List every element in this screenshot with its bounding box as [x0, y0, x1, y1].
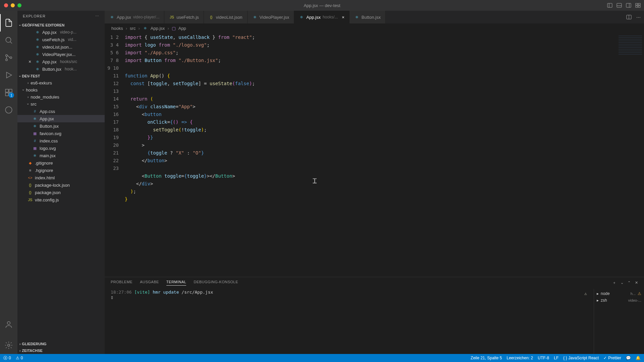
section-timeline[interactable]: › ZEITACHSE	[17, 347, 105, 354]
folder-item[interactable]: ›node_modules	[17, 94, 105, 101]
status-indent[interactable]: Leerzeichen: 2	[507, 356, 533, 360]
tab-label: App.jsx	[306, 15, 321, 20]
breadcrumb-item[interactable]: App.jsx	[151, 26, 165, 31]
layout-primary-side-icon[interactable]	[607, 3, 612, 8]
editor-tab[interactable]: ⚛App.jsxhooks/...×	[294, 11, 350, 23]
file-name: videoList.json...	[42, 45, 72, 50]
terminal-dropdown-icon[interactable]: ⌄	[621, 281, 624, 285]
activity-scm[interactable]	[0, 49, 17, 66]
open-editor-item[interactable]: ⚛Button.jsxhook...	[17, 65, 105, 73]
file-item[interactable]: #App.css	[17, 108, 105, 115]
panel-close-icon[interactable]: ✕	[635, 281, 638, 285]
status-bell-icon[interactable]: 🔔	[636, 356, 641, 360]
layout-secondary-side-icon[interactable]	[626, 3, 631, 8]
file-item[interactable]: ⚛main.jsx	[17, 152, 105, 159]
folder-item[interactable]: ›src	[17, 101, 105, 108]
file-item[interactable]: JSvite.config.js	[17, 196, 105, 203]
code-content[interactable]: import { useState, useCallback } from "r…	[125, 33, 614, 277]
status-warnings[interactable]: ⚠ 0	[16, 356, 23, 360]
status-feedback-icon[interactable]: 💬	[626, 356, 631, 360]
folder-item[interactable]: ›es6-exkurs	[17, 79, 105, 86]
window-maximize-button[interactable]	[17, 3, 21, 7]
terminal-icon: ▸	[597, 291, 599, 296]
braces-icon: { }	[563, 356, 567, 360]
split-editor-icon[interactable]	[626, 14, 632, 20]
terminal-list: ▸nodeh...⚠▸zshvideo-...	[594, 289, 644, 354]
terminal-msg: hmr update	[153, 290, 179, 295]
file-icon: ⚛	[32, 123, 38, 129]
panel-tab-debug[interactable]: DEBUGGING-KONSOLE	[194, 280, 238, 286]
folder-item[interactable]: ›hooks	[17, 86, 105, 94]
editor-more-icon[interactable]: ⋯	[636, 15, 641, 20]
editor-tab[interactable]: ⚛App.jsxvideo-player/...	[105, 11, 164, 23]
close-icon[interactable]: ×	[342, 15, 344, 20]
status-position[interactable]: Zeile 21, Spalte 5	[471, 356, 502, 360]
breadcrumb[interactable]: hooks › src › ⚛ App.jsx › ▢ App	[105, 23, 644, 33]
window-minimize-button[interactable]	[11, 3, 15, 7]
file-icon: ⚛	[32, 116, 38, 121]
file-icon: ≡	[28, 168, 33, 173]
window-close-button[interactable]	[4, 3, 8, 7]
editor-tab[interactable]: ⚛Button.jsx	[350, 11, 386, 23]
panel-tab-terminal[interactable]: TERMINAL	[166, 280, 186, 286]
editor-tab[interactable]: {}videoList.json	[204, 11, 248, 23]
file-item[interactable]: #index.css	[17, 137, 105, 144]
folder-name: es6-exkurs	[31, 80, 52, 85]
section-project[interactable]: › DEV-TEST	[17, 73, 105, 79]
status-encoding[interactable]: UTF-8	[538, 356, 549, 360]
file-item[interactable]: {}package-lock.json	[17, 181, 105, 189]
file-item[interactable]: ▦logo.svg	[17, 144, 105, 152]
section-outline[interactable]: › GLIEDERUNG	[17, 341, 105, 347]
check-icon: ✓	[603, 356, 607, 360]
breadcrumb-item[interactable]: App	[178, 26, 186, 31]
status-lang[interactable]: { } JavaScript React	[563, 356, 599, 360]
svg-rect-0	[607, 3, 612, 7]
svg-rect-7	[638, 3, 640, 5]
file-item[interactable]: ▦favicon.svg	[17, 130, 105, 137]
open-editor-item[interactable]: ⚛useFetch.jsvid...	[17, 36, 105, 43]
file-item[interactable]: ⚛Button.jsx	[17, 122, 105, 130]
file-name: main.jsx	[40, 153, 56, 158]
panel-maximize-icon[interactable]: ⌃	[628, 281, 631, 285]
open-editor-item[interactable]: ⚛videoList.json...	[17, 43, 105, 51]
chevron-down-icon: ›	[18, 24, 22, 25]
file-item[interactable]: ⚛App.jsx	[17, 115, 105, 122]
section-open-editors[interactable]: › GEÖFFNETE EDITOREN	[17, 22, 105, 28]
file-item[interactable]: {}package.json	[17, 189, 105, 196]
status-eol[interactable]: LF	[554, 356, 558, 360]
file-icon: ⚛	[35, 66, 40, 72]
editor-body[interactable]: 1 2 3 4 5 6 7 8 9 10 11 12 13 14 15 16 1…	[105, 33, 644, 277]
file-item[interactable]: ≡.hgignore	[17, 167, 105, 174]
close-icon[interactable]: ×	[27, 59, 33, 64]
open-editor-item[interactable]: ×⚛App.jsxhooks/src	[17, 58, 105, 65]
layout-panel-icon[interactable]	[616, 3, 622, 8]
activity-debug[interactable]	[0, 66, 17, 84]
panel-tab-ausgabe[interactable]: AUSGABE	[140, 280, 159, 286]
breadcrumb-item[interactable]: hooks	[111, 26, 123, 31]
file-item[interactable]: ◆.gitignore	[17, 159, 105, 167]
activity-search[interactable]	[0, 32, 17, 49]
open-editor-item[interactable]: ⚛VideoPlayer.jsx...	[17, 51, 105, 58]
breadcrumb-item[interactable]: src	[130, 26, 136, 31]
terminal-output[interactable]: 18:27:06 [vite] hmr update /src/App.jsx …	[105, 289, 594, 354]
layout-customize-icon[interactable]	[635, 3, 641, 8]
activity-settings[interactable]	[0, 337, 17, 354]
activity-account[interactable]	[0, 316, 17, 333]
activity-extensions[interactable]: 1	[0, 84, 17, 101]
activity-edge[interactable]	[0, 101, 17, 119]
status-errors[interactable]: ⓧ 0	[3, 355, 11, 361]
file-icon: {}	[28, 182, 33, 188]
panel-tab-probleme[interactable]: PROBLEME	[111, 280, 132, 286]
status-prettier[interactable]: ✓ Prettier	[603, 356, 621, 360]
new-terminal-icon[interactable]: ＋	[612, 280, 616, 285]
terminal-entry[interactable]: ▸zshvideo-...	[596, 297, 642, 304]
sidebar-more-icon[interactable]: ⋯	[95, 14, 99, 18]
open-editor-item[interactable]: ⚛App.jsxvideo-p...	[17, 28, 105, 36]
editor-tab[interactable]: JSuseFetch.js	[164, 11, 204, 23]
terminal-entry[interactable]: ▸nodeh...⚠	[596, 290, 642, 297]
file-item[interactable]: <>index.html	[17, 174, 105, 181]
editor-tab[interactable]: ⚛VideoPlayer.jsx	[248, 11, 294, 23]
minimap[interactable]	[614, 33, 644, 277]
error-icon: ⓧ	[3, 355, 7, 361]
activity-explorer[interactable]	[0, 14, 17, 32]
